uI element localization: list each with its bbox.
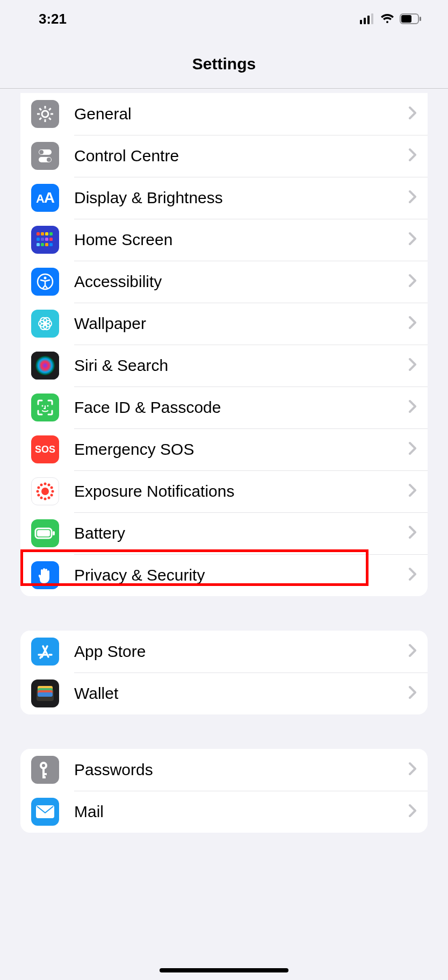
- chevron-right-icon: [408, 762, 417, 778]
- svg-rect-31: [49, 243, 53, 246]
- settings-row-label: Face ID & Passcode: [74, 398, 403, 417]
- settings-group: App StoreWallet: [20, 631, 428, 714]
- svg-rect-3: [371, 13, 373, 24]
- chevron-right-icon: [408, 483, 417, 499]
- chevron-right-icon: [408, 274, 417, 290]
- settings-row-label: Siri & Search: [74, 356, 403, 375]
- battery-icon: [31, 519, 59, 547]
- settings-row-label: Privacy & Security: [74, 566, 403, 584]
- svg-point-55: [48, 483, 50, 486]
- settings-row-privacy-security[interactable]: Privacy & Security: [20, 554, 428, 596]
- key-icon: [31, 756, 59, 784]
- grid-apps-icon: [31, 226, 59, 254]
- svg-rect-21: [41, 232, 44, 235]
- chevron-right-icon: [408, 567, 417, 583]
- svg-point-47: [48, 497, 50, 499]
- svg-rect-58: [37, 530, 50, 537]
- settings-row-label: Accessibility: [74, 273, 403, 291]
- cellular-icon: [360, 13, 375, 24]
- wallet-icon: [31, 679, 59, 707]
- chevron-right-icon: [408, 190, 417, 206]
- svg-point-53: [40, 483, 43, 486]
- settings-row-siri-search[interactable]: Siri & Search: [20, 345, 428, 387]
- svg-point-17: [39, 150, 44, 154]
- svg-point-48: [44, 498, 47, 500]
- chevron-right-icon: [408, 399, 417, 416]
- settings-row-display-brightness[interactable]: AADisplay & Brightness: [20, 177, 428, 219]
- mail-icon: [31, 798, 59, 826]
- chevron-right-icon: [408, 232, 417, 248]
- svg-point-50: [37, 494, 40, 497]
- settings-row-label: Emergency SOS: [74, 440, 403, 459]
- chevron-right-icon: [408, 357, 417, 374]
- settings-row-wallpaper[interactable]: Wallpaper: [20, 303, 428, 345]
- chevron-right-icon: [408, 148, 417, 164]
- page-title: Settings: [0, 38, 448, 89]
- svg-point-54: [44, 483, 47, 485]
- svg-point-44: [41, 488, 49, 495]
- svg-line-9: [49, 118, 51, 120]
- status-bar: 3:21: [0, 0, 448, 38]
- svg-point-33: [44, 277, 47, 280]
- settings-row-emergency-sos[interactable]: SOSEmergency SOS: [20, 428, 428, 470]
- gear-icon: [31, 100, 59, 128]
- svg-rect-20: [37, 232, 40, 235]
- chevron-right-icon: [408, 525, 417, 541]
- svg-point-19: [47, 158, 51, 162]
- settings-row-mail[interactable]: Mail: [20, 791, 428, 833]
- svg-line-64: [40, 657, 41, 658]
- svg-rect-30: [45, 243, 48, 246]
- settings-row-accessibility[interactable]: Accessibility: [20, 261, 428, 303]
- settings-row-label: Passwords: [74, 761, 403, 779]
- settings-row-label: Control Centre: [74, 147, 403, 165]
- svg-line-13: [39, 108, 41, 110]
- svg-rect-27: [49, 238, 53, 241]
- svg-point-71: [42, 764, 45, 767]
- svg-point-7: [42, 111, 48, 117]
- svg-point-41: [35, 356, 55, 375]
- flower-icon: [31, 310, 59, 338]
- settings-row-battery[interactable]: Battery: [20, 512, 428, 554]
- svg-line-11: [39, 118, 41, 120]
- svg-rect-72: [42, 768, 45, 777]
- svg-rect-69: [38, 692, 53, 697]
- wifi-icon: [380, 13, 394, 24]
- settings-row-control-centre[interactable]: Control Centre: [20, 135, 428, 177]
- svg-line-15: [49, 108, 51, 110]
- settings-row-exposure-notifications[interactable]: Exposure Notifications: [20, 470, 428, 512]
- svg-rect-74: [42, 776, 46, 778]
- svg-point-46: [50, 494, 53, 497]
- settings-row-general[interactable]: General: [20, 93, 428, 135]
- svg-point-51: [37, 490, 39, 493]
- settings-row-label: General: [74, 105, 403, 123]
- settings-row-label: Exposure Notifications: [74, 482, 403, 500]
- settings-group: GeneralControl CentreAADisplay & Brightn…: [20, 93, 428, 596]
- svg-rect-0: [360, 20, 362, 24]
- hand-icon: [31, 561, 59, 589]
- svg-point-52: [37, 487, 40, 489]
- settings-row-label: Display & Brightness: [74, 189, 403, 207]
- svg-rect-23: [49, 232, 53, 235]
- svg-rect-6: [420, 17, 421, 21]
- face-id-icon: [31, 394, 59, 421]
- settings-row-face-id-passcode[interactable]: Face ID & Passcode: [20, 387, 428, 428]
- svg-rect-73: [42, 773, 47, 775]
- svg-point-49: [40, 497, 43, 499]
- settings-row-home-screen[interactable]: Home Screen: [20, 219, 428, 261]
- settings-row-app-store[interactable]: App Store: [20, 631, 428, 673]
- svg-point-45: [52, 490, 54, 493]
- chevron-right-icon: [408, 441, 417, 457]
- chevron-right-icon: [408, 106, 417, 122]
- chevron-right-icon: [408, 316, 417, 332]
- sos-icon: SOS: [31, 435, 59, 463]
- settings-row-wallet[interactable]: Wallet: [20, 673, 428, 714]
- svg-rect-25: [41, 238, 44, 241]
- svg-rect-26: [45, 238, 48, 241]
- settings-row-label: Mail: [74, 803, 403, 821]
- settings-row-label: App Store: [74, 642, 403, 661]
- settings-row-passwords[interactable]: Passwords: [20, 749, 428, 791]
- home-indicator: [160, 968, 288, 972]
- status-indicators: [360, 13, 422, 24]
- status-time: 3:21: [39, 11, 67, 27]
- text-aa-icon: AA: [31, 184, 59, 212]
